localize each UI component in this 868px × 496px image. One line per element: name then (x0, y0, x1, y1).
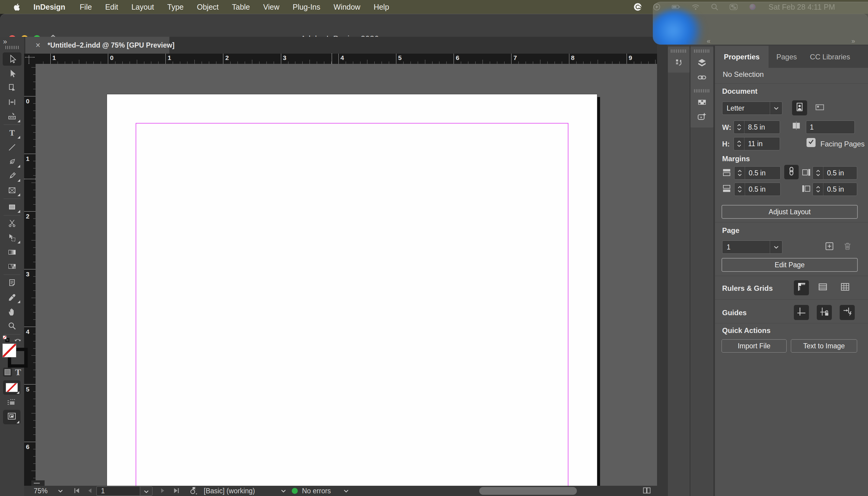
fill-swatch[interactable] (2, 343, 16, 357)
edit-page-button[interactable]: Edit Page (722, 258, 858, 272)
next-page-button[interactable] (159, 486, 166, 496)
panel-group-grip[interactable] (694, 89, 710, 93)
document-tab[interactable]: × *Untitled–2.indd @ 75% [GPU Preview] (25, 37, 169, 53)
note-tool[interactable] (0, 276, 24, 290)
document-canvas[interactable] (35, 64, 657, 486)
gap-tool[interactable] (0, 95, 24, 109)
error-status-text[interactable]: No errors (302, 486, 331, 496)
pages-count-field[interactable]: 1 (806, 121, 855, 134)
zoom-level-value[interactable]: 75% (34, 486, 48, 496)
page-number-field[interactable]: 1 (96, 486, 144, 496)
rulers-toggle-button[interactable] (794, 280, 809, 295)
panel-group-grip[interactable] (694, 49, 710, 53)
free-transform-tool[interactable] (0, 231, 24, 245)
current-page-select[interactable]: 1 (722, 241, 782, 254)
outside-margin-field[interactable]: 0.5 in (812, 166, 857, 180)
eyedropper-tool[interactable] (0, 290, 24, 305)
zoom-level-dropdown-icon[interactable] (58, 486, 63, 496)
swatches-panel-icon[interactable] (691, 97, 713, 107)
inside-margin-stepper[interactable] (813, 183, 823, 196)
delete-page-button[interactable] (842, 242, 853, 252)
height-stepper[interactable] (734, 137, 744, 150)
rectangle-tool[interactable] (0, 200, 24, 214)
layers-panel-icon[interactable] (691, 58, 713, 68)
frame-tool[interactable] (0, 183, 24, 198)
menu-object[interactable]: Object (197, 3, 218, 12)
pencil-tool[interactable] (0, 169, 24, 184)
smart-guides-button[interactable] (840, 305, 855, 320)
preflight-icon[interactable] (189, 486, 198, 496)
bottom-margin-stepper[interactable] (734, 183, 745, 196)
apply-color-button[interactable] (3, 380, 20, 395)
swap-fill-stroke-icon[interactable] (14, 336, 22, 344)
menu-table[interactable]: Table (232, 3, 250, 12)
gradient-swatch-tool[interactable] (0, 245, 24, 260)
menu-edit[interactable]: Edit (105, 3, 118, 12)
content-collector-tool[interactable] (0, 109, 24, 124)
line-tool[interactable] (0, 140, 24, 155)
portrait-orientation-button[interactable] (792, 100, 807, 115)
add-page-button[interactable] (824, 242, 835, 252)
top-margin-stepper[interactable] (734, 167, 745, 179)
selection-tool[interactable] (0, 52, 24, 66)
error-status-dropdown-icon[interactable] (344, 486, 349, 496)
document-grid-toggle-button[interactable] (839, 282, 851, 294)
text-to-image-panel-icon[interactable] (691, 112, 713, 122)
adjust-layout-button[interactable]: Adjust Layout (722, 205, 858, 219)
menu-file[interactable]: File (80, 3, 92, 12)
page-number-dropdown-icon[interactable] (140, 486, 153, 496)
previous-page-button[interactable] (86, 486, 93, 496)
history-panel-icon[interactable] (668, 58, 689, 67)
first-page-button[interactable] (73, 486, 81, 496)
type-tool[interactable]: T (0, 126, 24, 140)
links-panel-icon[interactable] (691, 73, 713, 82)
preflight-profile-dropdown-icon[interactable] (281, 486, 286, 496)
screen-mode-button[interactable] (3, 410, 20, 424)
formatting-affects-text-button[interactable]: T (15, 367, 21, 377)
baseline-grid-toggle-button[interactable] (817, 282, 829, 294)
facing-pages-checkbox[interactable] (807, 138, 816, 147)
preflight-profile-value[interactable]: [Basic] (working) (204, 486, 255, 496)
top-margin-field[interactable]: 0.5 in (734, 166, 780, 180)
view-options-icon[interactable] (6, 398, 16, 408)
tab-properties[interactable]: Properties (715, 46, 769, 68)
import-file-button[interactable]: Import File (722, 339, 787, 353)
menu-help[interactable]: Help (374, 3, 389, 12)
menu-indesign[interactable]: InDesign (33, 3, 65, 12)
width-field[interactable]: 8.5 in (733, 121, 780, 134)
link-margins-button[interactable] (784, 165, 799, 179)
tab-cc-libraries[interactable]: CC Libraries (804, 46, 856, 68)
menu-plug-ins[interactable]: Plug-Ins (293, 3, 320, 12)
ruler-origin-corner[interactable] (24, 53, 35, 64)
tools-panel-grip[interactable] (5, 46, 19, 49)
apple-menu-icon[interactable] (13, 3, 20, 11)
scissors-tool[interactable] (0, 216, 24, 231)
horizontal-ruler[interactable]: 10123456789 (24, 53, 657, 64)
formatting-affects-container-button[interactable] (3, 368, 12, 377)
bottom-margin-field[interactable]: 0.5 in (734, 183, 780, 196)
page-tool[interactable] (0, 80, 24, 95)
show-guides-button[interactable] (794, 305, 809, 320)
creative-cloud-icon[interactable] (633, 2, 642, 12)
panel-group-grip[interactable] (671, 49, 686, 53)
landscape-orientation-button[interactable] (813, 102, 826, 114)
close-tab-icon[interactable]: × (35, 41, 41, 49)
last-page-button[interactable] (172, 486, 180, 496)
zoom-tool[interactable] (0, 319, 24, 333)
menu-view[interactable]: View (263, 3, 279, 12)
horizontal-scrollbar-thumb[interactable] (479, 487, 577, 495)
lock-guides-button[interactable] (817, 305, 832, 320)
text-to-image-button[interactable]: Text to Image (791, 339, 857, 353)
outside-margin-stepper[interactable] (813, 167, 823, 179)
pen-tool[interactable] (0, 155, 24, 169)
tools-panel-expand-icon[interactable]: » (3, 37, 7, 46)
spread-view-icon[interactable] (641, 486, 652, 496)
default-fill-stroke-icon[interactable] (2, 335, 10, 344)
width-stepper[interactable] (734, 121, 744, 134)
tab-pages[interactable]: Pages (771, 46, 802, 68)
document-page[interactable] (107, 94, 598, 486)
direct-selection-tool[interactable] (0, 66, 24, 81)
gradient-feather-tool[interactable] (0, 260, 24, 274)
page-size-select[interactable]: Letter (722, 102, 782, 115)
menu-layout[interactable]: Layout (131, 3, 154, 12)
